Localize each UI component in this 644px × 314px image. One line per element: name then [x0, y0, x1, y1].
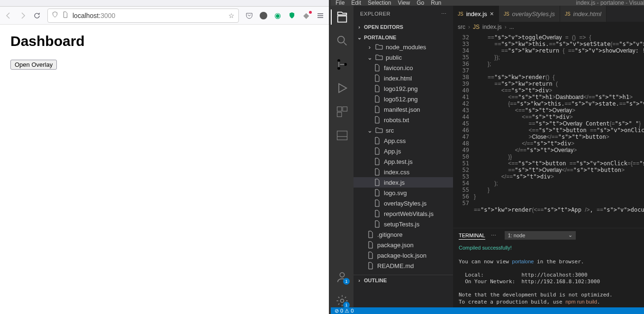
star-icon[interactable]: ☆ — [228, 12, 235, 19]
tree-item-package-lock-json[interactable]: package-lock.json — [354, 250, 453, 260]
tree-item-index-html[interactable]: index.html — [354, 73, 453, 83]
vscode-window: File Edit Selection View Go Run index.js… — [331, 0, 644, 314]
shield-icon — [52, 11, 58, 19]
svg-point-2 — [337, 67, 340, 70]
pocket-icon[interactable] — [245, 12, 253, 19]
ext-shield-icon[interactable] — [288, 12, 296, 19]
code-editor[interactable]: 32 33 34 35 36 37 38 39 40 41 42 43 44 4… — [453, 32, 644, 228]
tree-item-logo512-png[interactable]: logo512.png — [354, 94, 453, 104]
open-editors-section[interactable]: ›OPEN EDITORS — [354, 23, 453, 31]
explorer-heading: EXPLORER — [360, 11, 390, 17]
source-control-icon[interactable] — [336, 58, 349, 71]
terminal-panel: TERMINAL ⋯ 1: node ＋ ◫ 🗑 ⌃ Compiled succ… — [453, 228, 644, 307]
project-section[interactable]: ⌄PORTALONE — [354, 33, 453, 42]
explorer-sidebar: EXPLORER ⋯ ›OPEN EDITORS ⌄PORTALONE ›nod… — [354, 6, 453, 307]
status-bar: ⊘ 0 ⚠ 0 Ln 57, Col 1 Spaces: 2 UTF-8 LF … — [331, 307, 644, 314]
svg-rect-6 — [337, 112, 342, 117]
hamburger-menu-icon[interactable] — [317, 12, 324, 19]
status-problems[interactable]: ⊘ 0 ⚠ 0 — [335, 308, 354, 314]
tree-item-logo-svg[interactable]: logo.svg — [354, 188, 453, 198]
open-overlay-button[interactable]: Open Overlay — [10, 60, 57, 70]
run-debug-icon[interactable] — [336, 81, 349, 95]
chevron-right-icon: › — [356, 24, 362, 30]
tree-item-favicon-ico[interactable]: favicon.ico — [354, 63, 453, 73]
editor-group: JSindex.js×JSoverlayStyles.jsJSindex.htm… — [453, 6, 644, 307]
tree-item-robots-txt[interactable]: robots.txt — [354, 115, 453, 125]
svg-point-8 — [340, 273, 344, 277]
breadcrumbs[interactable]: src› JS index.js› ... — [453, 22, 644, 32]
extensions-icon[interactable] — [336, 105, 349, 118]
chevron-right-icon: › — [367, 44, 372, 50]
tree-item-README-md[interactable]: README.md — [354, 260, 453, 271]
file-icon — [373, 74, 381, 82]
menubar: File Edit Selection View Go Run index.js… — [331, 0, 644, 6]
address-bar[interactable]: localhost:3000 ☆ — [47, 9, 239, 23]
file-icon — [373, 95, 381, 103]
tree-item-App-js[interactable]: App.js — [354, 146, 453, 156]
more-icon[interactable]: ⋯ — [441, 11, 447, 17]
tree-item-logo192-png[interactable]: logo192.png — [354, 83, 453, 94]
tree-item-setupTests-js[interactable]: setupTests.js — [354, 219, 453, 229]
file-icon — [373, 199, 381, 207]
folder-icon — [375, 126, 383, 134]
svg-rect-4 — [337, 107, 342, 111]
file-icon — [373, 168, 381, 176]
folder-icon — [375, 43, 383, 51]
browser-tabstrip — [0, 0, 329, 7]
file-icon — [367, 262, 374, 269]
tree-item-App-test-js[interactable]: App.test.js — [354, 156, 453, 167]
ext-puzzle-icon[interactable]: ◆ — [302, 12, 310, 19]
forward-button[interactable] — [19, 12, 27, 19]
file-icon — [373, 210, 381, 217]
file-icon — [373, 116, 381, 124]
svg-point-3 — [344, 63, 347, 66]
file-icon — [373, 179, 381, 186]
folder-icon — [375, 54, 383, 61]
panel-icon[interactable] — [336, 129, 349, 142]
tree-item-App-css[interactable]: App.css — [354, 135, 453, 146]
editor-tab-index-js[interactable]: JSindex.js× — [453, 6, 499, 22]
tree-item-index-css[interactable]: index.css — [354, 167, 453, 177]
file-icon — [367, 251, 374, 259]
editor-tabs: JSindex.js×JSoverlayStyles.jsJSindex.htm… — [453, 6, 644, 22]
ext-circle-icon[interactable] — [260, 12, 267, 19]
gear-icon[interactable]: 1 — [336, 294, 349, 307]
reload-button[interactable] — [33, 12, 41, 19]
tree-item-reportWebVitals-js[interactable]: reportWebVitals.js — [354, 208, 453, 219]
svg-point-9 — [341, 299, 344, 303]
tree-item-manifest-json[interactable]: manifest.json — [354, 104, 453, 115]
more-icon[interactable]: ⋯ — [491, 233, 496, 239]
file-icon — [373, 64, 381, 72]
tree-item-index-js[interactable]: index.js — [354, 177, 453, 188]
terminal-output[interactable]: Compiled successfully! You can now view … — [453, 242, 644, 307]
search-icon[interactable] — [336, 34, 349, 47]
tree-item-overlayStyles-js[interactable]: overlayStyles.js — [354, 198, 453, 208]
svg-point-1 — [337, 59, 340, 62]
file-icon — [373, 137, 381, 144]
tree-item-node_modules[interactable]: ›node_modules — [354, 42, 453, 52]
url-text: localhost:3000 — [73, 12, 225, 19]
close-icon[interactable]: × — [490, 10, 494, 18]
back-button[interactable] — [5, 12, 12, 19]
svg-rect-5 — [343, 107, 347, 111]
tree-item--gitignore[interactable]: .gitignore — [354, 229, 453, 240]
browser-window: localhost:3000 ☆ ◉ ◆ Dashboard Open Over… — [0, 0, 331, 314]
page-title: Dashboard — [10, 33, 318, 49]
editor-tab-overlayStyles-js[interactable]: JSoverlayStyles.js — [499, 6, 560, 22]
explorer-icon[interactable] — [336, 10, 349, 24]
terminal-shell-select[interactable]: 1: node — [505, 231, 576, 240]
file-icon — [373, 106, 381, 113]
editor-tab-index-html[interactable]: JSindex.html — [560, 6, 607, 22]
tree-item-src[interactable]: ⌄src — [354, 125, 453, 135]
ext-g-icon[interactable]: ◉ — [274, 12, 281, 19]
svg-point-0 — [338, 36, 345, 43]
outline-section[interactable]: ›OUTLINE — [354, 276, 453, 285]
tree-item-public[interactable]: ⌄public — [354, 52, 453, 63]
terminal-tab[interactable]: TERMINAL — [459, 232, 485, 240]
account-icon[interactable]: 1 — [336, 270, 349, 284]
file-icon — [373, 158, 381, 165]
file-icon — [373, 189, 381, 197]
tree-item-package-json[interactable]: package.json — [354, 240, 453, 250]
svg-rect-7 — [337, 131, 347, 140]
chevron-down-icon: ⌄ — [356, 35, 362, 40]
